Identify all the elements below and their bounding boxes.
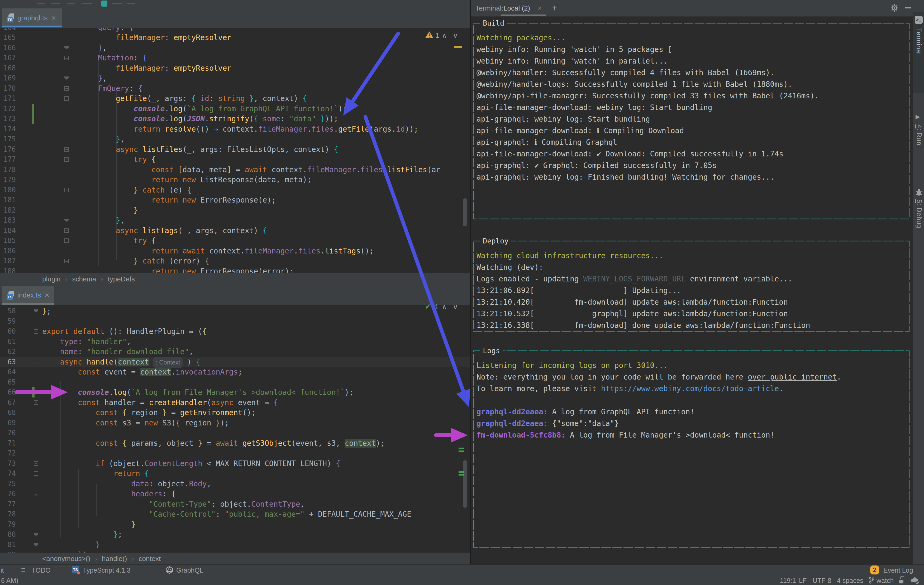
code-line[interactable]: 61 type: "handler", [0, 336, 470, 347]
line-number[interactable]: 165 [0, 33, 16, 43]
code-line[interactable]: 66 console.log(`A log from File Manager'… [0, 387, 470, 397]
breadcrumb-item[interactable]: typeDefs [108, 275, 135, 283]
line-number[interactable]: 174 [0, 124, 16, 134]
next-warning-button[interactable]: ∨ [453, 31, 458, 40]
line-number[interactable]: 61 [0, 336, 16, 347]
prev-warning-button[interactable]: ∧ [442, 31, 447, 40]
line-number[interactable]: 188 [0, 266, 16, 273]
line-number[interactable]: 60 [0, 326, 16, 336]
line-number[interactable]: 175 [0, 134, 16, 144]
line-number[interactable]: 185 [0, 236, 16, 246]
line-number[interactable]: 71 [0, 438, 16, 448]
line-number[interactable]: 76 [0, 489, 16, 499]
line-number[interactable]: 182 [0, 205, 16, 216]
line-number[interactable]: 77 [0, 499, 16, 509]
prev-change-button[interactable]: ∧ [442, 303, 447, 311]
code-line[interactable]: 64 const event = context.invocationArgs; [0, 367, 470, 377]
stripe-debug-button[interactable]: 5: Debug [915, 199, 923, 228]
fold-marker-icon[interactable] [64, 147, 69, 152]
code-line[interactable]: 173 console.log(JSON.stringify({ some: "… [0, 114, 470, 124]
code-line[interactable]: 180 } catch (e) { [0, 185, 470, 195]
fold-marker-icon[interactable] [64, 188, 69, 192]
code-line[interactable]: 170 FmQuery: { [0, 83, 470, 94]
line-number[interactable]: 75 [0, 479, 16, 489]
code-line[interactable]: 169 }, [0, 73, 470, 83]
code-line[interactable]: 60export default (): HandlerPlugin ⇒ ({ [0, 326, 470, 336]
tab-index-ts[interactable]: TS index.ts × [2, 286, 54, 305]
line-number[interactable]: 78 [0, 509, 16, 519]
code-line[interactable]: 175 }, [0, 134, 470, 144]
stripe-terminal-button[interactable]: >_ Terminal [913, 12, 924, 93]
code-line[interactable]: 184 async listTags(_, args, context) { [0, 226, 470, 236]
event-log-button[interactable]: Event Log [883, 567, 913, 574]
close-icon[interactable]: × [51, 13, 56, 22]
code-line[interactable]: 185 try { [0, 236, 470, 246]
code-line[interactable]: 179 return new ListResponse(data, meta); [0, 175, 470, 185]
fold-marker-icon[interactable] [34, 471, 38, 476]
code-line[interactable]: 68 const { region } = getEnvironment(); [0, 407, 470, 418]
line-number[interactable]: 169 [0, 73, 16, 83]
line-number[interactable]: 58 [0, 306, 16, 316]
fold-marker-icon[interactable] [64, 219, 69, 222]
line-number[interactable]: 187 [0, 256, 16, 266]
line-number[interactable]: 80 [0, 529, 16, 540]
typescript-button[interactable]: TypeScript 4.1.3 [83, 567, 130, 574]
line-number[interactable]: 66 [0, 387, 16, 397]
fold-marker-icon[interactable] [34, 400, 38, 405]
line-number[interactable]: 65 [0, 377, 16, 387]
line-number[interactable]: 180 [0, 185, 16, 195]
line-number[interactable]: 179 [0, 175, 16, 185]
breadcrumb[interactable]: <anonymous>()›handle()›context [42, 555, 470, 563]
breadcrumb-item[interactable]: schema [72, 275, 96, 283]
code-line[interactable]: 62 name: "handler-download-file", [0, 346, 470, 357]
breadcrumb-item[interactable]: <anonymous>() [42, 555, 90, 563]
fold-marker-icon[interactable] [34, 329, 38, 334]
line-number[interactable]: 177 [0, 154, 16, 165]
git-branch-icon[interactable] [869, 577, 874, 584]
code-line[interactable]: 164 Query: { [0, 28, 470, 33]
caret-position[interactable]: 119:1 [780, 577, 796, 585]
code-line[interactable]: 177 try { [0, 154, 470, 165]
line-number[interactable]: 63 [0, 357, 16, 367]
code-line[interactable]: 75 data: object.Body, [0, 479, 470, 489]
line-number[interactable]: 68 [0, 407, 16, 418]
line-number[interactable]: 79 [0, 519, 16, 530]
line-number[interactable]: 171 [0, 93, 16, 104]
code-line[interactable]: 188 return new ErrorResponse(error); [0, 266, 470, 273]
fold-marker-icon[interactable] [34, 492, 38, 496]
line-number[interactable]: 176 [0, 144, 16, 155]
line-number[interactable]: 64 [0, 367, 16, 377]
code-line[interactable]: 172 console.log(`A log from GraphQL API … [0, 104, 470, 114]
code-line[interactable]: 166 }, [0, 43, 470, 53]
warning-icon[interactable] [425, 31, 434, 39]
line-number[interactable]: 183 [0, 215, 16, 226]
fold-marker-icon[interactable] [64, 157, 69, 161]
fold-marker-icon[interactable] [64, 76, 69, 80]
breadcrumb-item[interactable]: context [139, 555, 161, 563]
code-line[interactable]: 181 return new ErrorResponse(e); [0, 195, 470, 205]
stripe-run-button[interactable]: 4: Run [915, 125, 923, 146]
code-line[interactable]: 76 headers: { [0, 489, 470, 499]
code-line[interactable]: 171 getFile(_, args: { id: string }, con… [0, 93, 470, 104]
line-number[interactable]: 178 [0, 165, 16, 175]
code-line[interactable]: 65 [0, 377, 470, 387]
code-line[interactable]: 67 const handler = createHandler(async e… [0, 397, 470, 408]
fold-marker-icon[interactable] [64, 86, 69, 91]
line-number[interactable]: 164 [0, 28, 16, 33]
line-number[interactable]: 170 [0, 83, 16, 94]
error-stripe-mark[interactable] [454, 46, 462, 48]
fold-marker-icon[interactable] [34, 310, 38, 313]
fold-marker-icon[interactable] [34, 461, 38, 466]
code-line[interactable]: 165 fileManager: emptyResolver [0, 33, 470, 43]
line-number[interactable]: 59 [0, 316, 16, 326]
line-number[interactable]: 181 [0, 195, 16, 205]
editor-index[interactable]: 58};5960export default (): HandlerPlugin… [0, 305, 470, 552]
code-line[interactable]: 79 } [0, 519, 470, 530]
editor-graphql[interactable]: 164 Query: {165 fileManager: emptyResolv… [0, 28, 470, 273]
code-line[interactable]: 186 return await context.fileManager.fil… [0, 246, 470, 256]
line-number[interactable]: 67 [0, 397, 16, 408]
line-number[interactable]: 74 [0, 468, 16, 479]
line-number[interactable]: 166 [0, 43, 16, 53]
cloud-settings-icon[interactable] [910, 576, 919, 584]
fold-marker-icon[interactable] [64, 228, 69, 233]
